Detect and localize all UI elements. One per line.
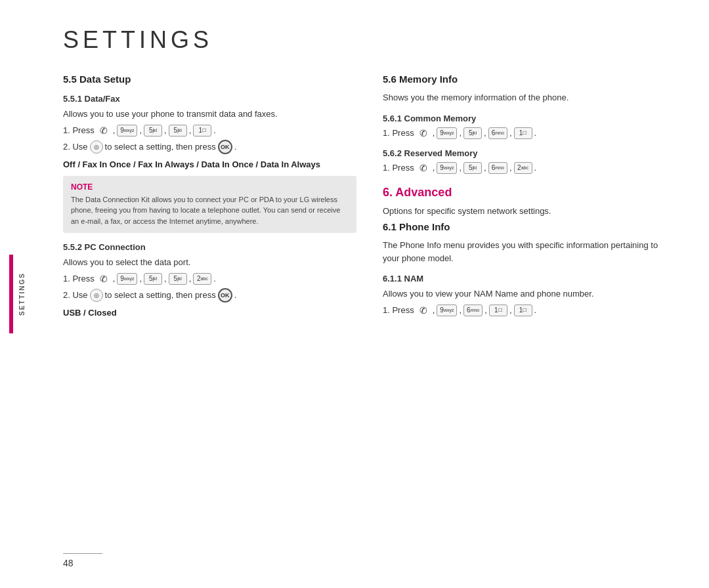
- step1-551-prefix: 1. Press: [63, 125, 95, 135]
- key-9wxyz-551: 9wxyz: [117, 125, 137, 136]
- section-6-title: 6. Advanced: [383, 186, 676, 200]
- send-key-552: ✆: [97, 273, 111, 285]
- key-1b-611: 1☐: [514, 304, 532, 316]
- option-551: Off / Fax In Once / Fax In Always / Data…: [63, 159, 356, 169]
- subsection-611-desc: Allows you to view your NAM Name and pho…: [383, 287, 676, 301]
- key-9wxyz-552: 9wxyz: [117, 273, 137, 285]
- key-6mno-562: 6mno: [488, 162, 507, 174]
- ok-key-551: OK: [218, 140, 232, 154]
- content-columns: 5.5 Data Setup 5.5.1 Data/Fax Allows you…: [63, 74, 676, 320]
- section-61-desc: The Phone Info menu provides you with sp…: [383, 239, 676, 264]
- key-6mno-611: 6mno: [463, 304, 483, 316]
- key-5jkl-551b: 5jkl: [169, 125, 187, 136]
- right-column: 5.6 Memory Info Shows you the memory inf…: [383, 74, 676, 320]
- side-tab: SETTINGS: [0, 0, 24, 588]
- nav-key-551: ◎: [90, 140, 103, 154]
- step2-551-middle: to select a setting, then press: [105, 142, 216, 152]
- key-5jkl-552b: 5jkl: [169, 273, 187, 285]
- key-1a-611: 1☐: [489, 304, 507, 316]
- key-1-551: 1☐: [193, 125, 211, 136]
- section-56-title: 5.6 Memory Info: [383, 74, 676, 85]
- key-5jkl-562: 5jkl: [463, 162, 482, 174]
- nav-key-552: ◎: [90, 289, 103, 302]
- subsection-551-desc: Allows you to use your phone to transmit…: [63, 108, 356, 121]
- key-5jkl-561: 5jkl: [463, 127, 482, 139]
- step1-562: 1. Press ✆ , 9wxyz , 5jkl , 6mno , 2abc …: [383, 162, 676, 174]
- ok-key-552: OK: [218, 288, 232, 303]
- key-9wxyz-561: 9wxyz: [437, 127, 457, 139]
- step2-552-middle: to select a setting, then press: [105, 290, 216, 300]
- step1-552: 1. Press ✆ , 9wxyz , 5jkl , 5jkl , 2abc …: [63, 273, 356, 285]
- step1-611-prefix: 1. Press: [383, 305, 414, 315]
- footer-divider: [63, 553, 102, 554]
- main-content: SETTINGS 5.5 Data Setup 5.5.1 Data/Fax A…: [24, 0, 709, 588]
- key-1-561: 1☐: [514, 127, 532, 139]
- subsection-551-title: 5.5.1 Data/Fax: [63, 94, 356, 104]
- send-key-562: ✆: [416, 162, 431, 174]
- step2-551-prefix: 2. Use: [63, 142, 88, 152]
- step1-562-prefix: 1. Press: [383, 163, 414, 173]
- note-text-551: The Data Connection Kit allows you to co…: [71, 194, 349, 227]
- section-61-title: 6.1 Phone Info: [383, 221, 676, 232]
- step2-552: 2. Use ◎ to select a setting, then press…: [63, 288, 356, 303]
- step2-551: 2. Use ◎ to select a setting, then press…: [63, 140, 356, 154]
- key-5jkl-552a: 5jkl: [144, 273, 162, 285]
- key-6mno-561: 6mno: [488, 127, 507, 139]
- step1-561: 1. Press ✆ , 9wxyz , 5jkl , 6mno , 1☐ .: [383, 127, 676, 139]
- note-label-551: NOTE: [71, 182, 349, 192]
- key-2abc-562: 2abc: [514, 162, 532, 174]
- send-key-611: ✆: [416, 304, 431, 316]
- send-key-551: ✆: [97, 125, 111, 136]
- section-55-title: 5.5 Data Setup: [63, 74, 356, 85]
- section-6-desc: Options for specific system network sett…: [383, 205, 676, 218]
- page-number: 48: [63, 558, 676, 568]
- subsection-561-title: 5.6.1 Common Memory: [383, 114, 676, 123]
- left-column: 5.5 Data Setup 5.5.1 Data/Fax Allows you…: [63, 74, 356, 320]
- subsection-611-title: 6.1.1 NAM: [383, 274, 676, 284]
- note-box-551: NOTE The Data Connection Kit allows you …: [63, 176, 356, 234]
- send-key-561: ✆: [416, 127, 431, 139]
- section-56-desc: Shows you the memory information of the …: [383, 91, 676, 104]
- step1-551: 1. Press ✆ , 9wxyz , 5jkl , 5jkl , 1☐ .: [63, 125, 356, 136]
- subsection-552-desc: Allows you to select the data port.: [63, 256, 356, 269]
- page-footer: 48: [63, 553, 676, 568]
- subsection-562-title: 5.6.2 Reserved Memory: [383, 148, 676, 158]
- key-5jkl-551a: 5jkl: [144, 125, 162, 136]
- subsection-552-title: 5.5.2 PC Connection: [63, 242, 356, 252]
- step1-611: 1. Press ✆ , 9wxyz , 6mno , 1☐ , 1☐ .: [383, 304, 676, 316]
- key-9wxyz-562: 9wxyz: [437, 162, 457, 174]
- page-title: SETTINGS: [63, 26, 676, 54]
- option-552: USB / Closed: [63, 308, 356, 318]
- key-2abc-552: 2abc: [193, 273, 211, 285]
- step1-561-prefix: 1. Press: [383, 128, 414, 138]
- step1-552-prefix: 1. Press: [63, 274, 95, 284]
- step2-552-prefix: 2. Use: [63, 290, 88, 300]
- side-tab-bar: [9, 255, 13, 333]
- key-9wxyz-611: 9wxyz: [437, 304, 457, 316]
